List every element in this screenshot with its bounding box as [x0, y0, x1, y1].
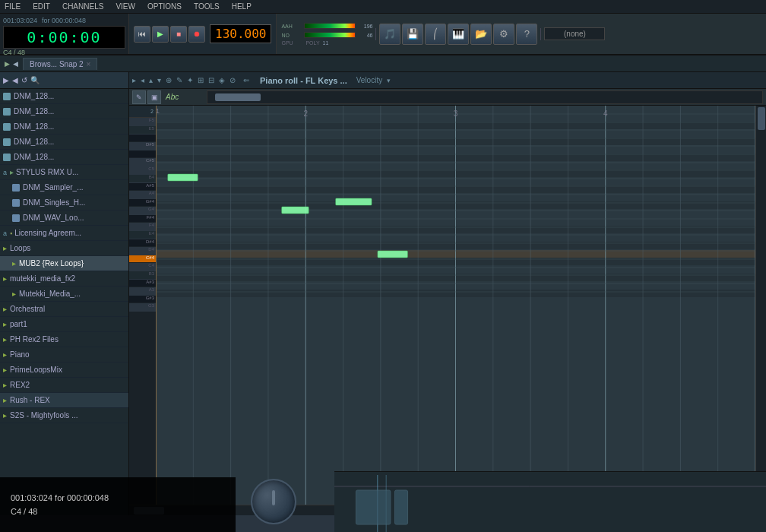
- tool-metronome[interactable]: 🎵: [379, 24, 400, 45]
- svg-rect-2: [156, 154, 755, 161]
- tool-piano[interactable]: 🎹: [448, 24, 469, 45]
- piano-roll-icon[interactable]: ⊕: [166, 76, 172, 84]
- sidebar-back-icon[interactable]: ◀: [12, 76, 18, 84]
- tool-save[interactable]: 💾: [402, 24, 423, 45]
- key-cs5[interactable]: [129, 150, 156, 158]
- sidebar-item-dnm2[interactable]: DNM_128...: [0, 104, 128, 119]
- close-tab-icon[interactable]: ×: [87, 60, 91, 68]
- key-d4[interactable]: D#4: [129, 239, 156, 247]
- key-gs4[interactable]: A4: [129, 191, 156, 199]
- velocity-dropdown[interactable]: ▾: [387, 77, 391, 84]
- sidebar-item-dnm3[interactable]: DNM_128...: [0, 119, 128, 135]
- menu-tools[interactable]: TOOLS: [192, 2, 221, 11]
- piano-grid[interactable]: 2 3 4 1: [156, 106, 755, 505]
- key-gs3[interactable]: G#3: [129, 296, 156, 303]
- sidebar-expand-icon[interactable]: ▶: [3, 76, 9, 84]
- transport-record[interactable]: ⏺: [188, 26, 205, 43]
- piano-roll-icon2[interactable]: ✎: [176, 76, 182, 84]
- key-c4[interactable]: C4: [129, 263, 156, 271]
- tool-help[interactable]: ?: [516, 24, 537, 45]
- sidebar-item-dnm-wav[interactable]: DNM_WAV_Loo...: [0, 211, 128, 226]
- arrow-icon: ▸: [3, 244, 7, 252]
- sidebar-item-dnm-sampler[interactable]: DNM_Sampler_...: [0, 180, 128, 195]
- sidebar-item-orchestral[interactable]: ▸ Orchestral: [0, 302, 128, 317]
- sidebar-item-label: DNM_Singles_H...: [23, 198, 85, 207]
- key-as4[interactable]: B4: [129, 175, 156, 183]
- key-f4[interactable]: F#4: [129, 215, 156, 223]
- sidebar-item-dnm4[interactable]: DNM_128...: [0, 135, 128, 150]
- transport-prev[interactable]: ⏮: [134, 26, 150, 43]
- transport-play[interactable]: ▶: [152, 26, 169, 43]
- browser-tab[interactable]: Brows... Snap 2 ×: [23, 58, 97, 70]
- sidebar-item-piano[interactable]: ▸ Piano: [0, 347, 128, 363]
- piano-roll-icon5[interactable]: ⊟: [208, 76, 214, 84]
- key-b4[interactable]: C5: [129, 166, 156, 175]
- menu-edit[interactable]: EDIT: [31, 2, 52, 11]
- sidebar-item-ph-rex2[interactable]: ▸ PH Rex2 Files: [0, 332, 128, 347]
- sidebar-search-icon[interactable]: 🔍: [30, 76, 40, 84]
- tool-settings[interactable]: ⚙: [493, 24, 514, 45]
- piano-roll-icon8[interactable]: ⇐: [243, 76, 249, 84]
- key-a3[interactable]: A3: [129, 287, 156, 296]
- sidebar-item-label: PH Rex2 Files: [10, 335, 59, 344]
- key-f5[interactable]: F5: [129, 118, 156, 126]
- sidebar-item-mutekki-media[interactable]: ▸ Mutekki_Media_...: [0, 287, 128, 302]
- tool-pencil[interactable]: ✎: [132, 90, 146, 104]
- key-as3[interactable]: A#3: [129, 280, 156, 287]
- sidebar-item-stylus[interactable]: a ▸ STYLUS RMX U...: [0, 165, 128, 180]
- key-e4[interactable]: F4: [129, 223, 156, 231]
- scroll-vertical[interactable]: [755, 106, 766, 505]
- sidebar-refresh-icon[interactable]: ↺: [21, 76, 27, 84]
- piano-roll-down[interactable]: ▾: [157, 76, 161, 84]
- key-c4-active[interactable]: C#4: [129, 255, 156, 263]
- key-a4[interactable]: A#5: [129, 183, 156, 191]
- piano-roll-icon6[interactable]: ◈: [219, 76, 225, 84]
- key-ds5[interactable]: [129, 135, 156, 142]
- menu-file[interactable]: FILE: [3, 2, 22, 11]
- sidebar-item-dnm1[interactable]: DNM_128...: [0, 89, 128, 104]
- key-ds4[interactable]: E4: [129, 231, 156, 239]
- knob-indicator: [272, 490, 275, 505]
- sidebar-item-part1[interactable]: ▸ part1: [0, 317, 128, 332]
- key-fs4[interactable]: G4: [129, 207, 156, 215]
- sidebar-item-dnm5[interactable]: DNM_128...: [0, 150, 128, 165]
- menu-help[interactable]: HELP: [230, 2, 253, 11]
- key-e5[interactable]: E5: [129, 126, 156, 135]
- tool-mixer[interactable]: ⎛: [425, 24, 446, 45]
- sidebar-item-primeloops[interactable]: ▸ PrimeLoopsMix: [0, 363, 128, 378]
- key-g3[interactable]: G3: [129, 303, 156, 312]
- sidebar-item-loops[interactable]: ▸ Loops: [0, 241, 128, 256]
- sidebar-item-rush-rex[interactable]: ▸ Rush - REX: [0, 393, 128, 408]
- none-selector[interactable]: (none): [544, 27, 605, 40]
- transport-stop[interactable]: ■: [170, 26, 187, 43]
- key-g4[interactable]: G#4: [129, 199, 156, 207]
- svg-rect-7: [156, 242, 755, 249]
- key-c5[interactable]: C#5: [129, 158, 156, 166]
- menu-view[interactable]: VIEW: [114, 2, 137, 11]
- scroll-thumb-v[interactable]: [758, 107, 765, 130]
- velocity-label[interactable]: Velocity: [356, 76, 382, 84]
- tool-select[interactable]: ▣: [147, 90, 161, 104]
- sidebar-item-rex2[interactable]: ▸ REX2: [0, 378, 128, 393]
- tool-browser[interactable]: 📂: [470, 24, 492, 45]
- sidebar-item-mutekki-fx[interactable]: ▸ mutekki_media_fx2: [0, 271, 128, 287]
- key-b3[interactable]: B3: [129, 271, 156, 280]
- menu-options[interactable]: OPTIONS: [146, 2, 183, 11]
- main-knob[interactable]: [251, 479, 296, 524]
- piano-roll-icon3[interactable]: ✦: [187, 76, 193, 84]
- piano-roll-icon4[interactable]: ⊞: [198, 76, 204, 84]
- piano-roll-collapse[interactable]: ◂: [141, 76, 144, 84]
- sidebar-item-label: DNM_128...: [14, 122, 54, 131]
- menu-channels[interactable]: CHANNELS: [61, 2, 105, 11]
- piano-roll-expand[interactable]: ▸: [132, 76, 136, 84]
- key-cs4[interactable]: D4: [129, 247, 156, 255]
- sidebar-item-dnm-singles[interactable]: DNM_Singles_H...: [0, 195, 128, 211]
- key-d5[interactable]: D#5: [129, 142, 156, 150]
- piano-roll-icon7[interactable]: ⊘: [229, 76, 236, 84]
- sidebar-item-s2s[interactable]: ▸ S2S - Mightyfools ...: [0, 408, 128, 423]
- sidebar-item-licensing[interactable]: a ▪ Licensing Agreem...: [0, 226, 128, 241]
- toolbar-group-1: 🎵 💾 ⎛ 🎹 📂 ⚙ ?: [379, 24, 537, 45]
- scroll-thumb-h[interactable]: [215, 93, 261, 101]
- piano-roll-up[interactable]: ▴: [149, 76, 153, 84]
- sidebar-item-mub2[interactable]: ▸ MUB2 {Rex Loops}: [0, 256, 128, 271]
